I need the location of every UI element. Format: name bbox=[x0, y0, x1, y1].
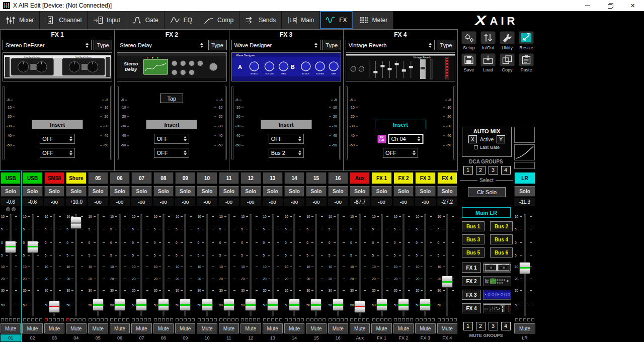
close-button[interactable]: ✕ bbox=[621, 0, 644, 11]
mute-button[interactable]: Mute bbox=[514, 323, 535, 333]
fader-handle[interactable] bbox=[310, 299, 321, 311]
tab-meter[interactable]: Meter bbox=[353, 11, 394, 29]
fader[interactable]: 1050510203050 bbox=[393, 213, 414, 317]
fader[interactable]: 1050510203050 bbox=[263, 213, 283, 317]
solo-button[interactable]: Solo bbox=[240, 186, 261, 197]
solo-button[interactable]: Solo bbox=[153, 186, 174, 197]
channel-label[interactable]: USB bbox=[1, 172, 21, 184]
channel-label[interactable]: FX 1 bbox=[371, 172, 391, 184]
tab-eq[interactable]: EQ bbox=[165, 11, 198, 29]
pan-knob[interactable] bbox=[6, 207, 10, 211]
fader[interactable]: 1050510203050 bbox=[306, 213, 326, 317]
fader[interactable]: 1050510203050 bbox=[240, 213, 261, 317]
fx-send-select-1[interactable]: OFF bbox=[154, 134, 189, 144]
fx-type-button[interactable]: Type bbox=[437, 40, 455, 50]
channel-label[interactable]: 14 bbox=[284, 172, 304, 184]
fader-handle[interactable] bbox=[5, 241, 16, 253]
fx-send-select-2[interactable]: OFF bbox=[40, 148, 75, 158]
channel-label[interactable]: 15 bbox=[306, 172, 326, 184]
last-gate-checkbox[interactable]: Last Gate bbox=[474, 145, 500, 150]
mute-button[interactable]: Mute bbox=[1, 323, 21, 333]
fader[interactable]: 1050510203050 bbox=[66, 213, 86, 317]
bus-button-bus3[interactable]: Bus 3 bbox=[462, 234, 485, 244]
fader-handle[interactable] bbox=[27, 241, 38, 253]
mute-button[interactable]: Mute bbox=[131, 323, 151, 333]
fader-handle[interactable] bbox=[70, 217, 82, 229]
channel-label[interactable]: LR bbox=[514, 172, 535, 184]
fader[interactable]: 1050510203050 bbox=[350, 213, 370, 317]
solo-button[interactable]: Solo bbox=[328, 186, 348, 197]
fx-type-button[interactable]: Type bbox=[323, 40, 341, 50]
fader-handle[interactable] bbox=[376, 299, 387, 311]
dca-group-1[interactable]: 1 bbox=[463, 166, 473, 175]
tool-copy[interactable]: Copy bbox=[499, 53, 516, 72]
channel-label[interactable]: USB bbox=[22, 172, 42, 184]
tab-sends[interactable]: Sends bbox=[239, 11, 282, 29]
channel-label[interactable]: Shure bbox=[66, 172, 86, 184]
mute-button[interactable]: Mute bbox=[110, 323, 130, 333]
channel-label[interactable]: 16 bbox=[328, 172, 348, 184]
fx-send-select-2[interactable]: Bus 2 bbox=[269, 148, 304, 158]
fader-handle[interactable] bbox=[93, 299, 104, 311]
mute-button[interactable]: Mute bbox=[175, 323, 195, 333]
tab-main[interactable]: LRMain bbox=[282, 11, 320, 29]
fx-device-image[interactable]: Vintage Reverb bbox=[346, 52, 455, 81]
solo-button[interactable]: Solo bbox=[197, 186, 217, 197]
fx-send-select-1[interactable]: OFF bbox=[40, 134, 75, 144]
channel-label[interactable]: FX 3 bbox=[415, 172, 435, 184]
solo-button[interactable]: Solo bbox=[88, 186, 108, 197]
fader-handle[interactable] bbox=[442, 276, 453, 288]
fx-send-select-2[interactable]: OFF bbox=[383, 148, 418, 158]
fader[interactable]: 1050510203050 bbox=[437, 213, 457, 317]
mute-button[interactable]: Mute bbox=[284, 323, 304, 333]
tab-input[interactable]: Input bbox=[88, 11, 126, 29]
fx-thumbnail[interactable]: Vintage Reverb bbox=[483, 303, 511, 313]
solo-button[interactable]: Solo bbox=[1, 186, 21, 197]
channel-label[interactable]: SM58 bbox=[44, 172, 64, 184]
automix-y-button[interactable]: Y bbox=[497, 135, 505, 143]
solo-button[interactable]: Solo bbox=[306, 186, 326, 197]
fader-handle[interactable] bbox=[223, 299, 234, 311]
bus-button-bus2[interactable]: Bus 2 bbox=[490, 221, 513, 231]
channel-label[interactable]: 06 bbox=[110, 172, 130, 184]
tool-resize[interactable]: Resize bbox=[518, 31, 535, 50]
channel-label[interactable]: 05 bbox=[88, 172, 108, 184]
fader-handle[interactable] bbox=[519, 262, 530, 274]
bus-button-bus5[interactable]: Bus 5 bbox=[462, 247, 485, 258]
fader-handle[interactable] bbox=[202, 299, 213, 311]
mute-button[interactable]: Mute bbox=[197, 323, 217, 333]
mute-button[interactable]: Mute bbox=[219, 323, 239, 333]
tool-setup[interactable]: Setup bbox=[460, 31, 477, 50]
tool-load[interactable]: Load bbox=[479, 53, 497, 72]
fader-handle[interactable] bbox=[398, 299, 409, 311]
fader[interactable]: 1050510203050 bbox=[110, 213, 130, 317]
fader[interactable]: 1050510203050 bbox=[131, 213, 151, 317]
mute-button[interactable]: Mute bbox=[415, 323, 435, 333]
tab-gate[interactable]: Gate bbox=[126, 11, 165, 29]
fader[interactable]: 1050510203050 bbox=[44, 213, 64, 317]
fx-thumbnail[interactable]: StereoDelay bbox=[483, 276, 511, 286]
fader[interactable]: 1050510203050 bbox=[514, 213, 535, 317]
solo-button[interactable]: Solo bbox=[22, 186, 42, 197]
mute-group-1[interactable]: 1 bbox=[463, 322, 473, 330]
fader[interactable]: 1050510203050 bbox=[371, 213, 391, 317]
clear-solo-button[interactable]: Clr Solo bbox=[468, 187, 506, 197]
fader[interactable]: 1050510203050 bbox=[175, 213, 195, 317]
insert-button[interactable]: Insert bbox=[32, 120, 83, 129]
fader-handle[interactable] bbox=[333, 299, 344, 311]
mute-group-4[interactable]: 4 bbox=[501, 322, 511, 330]
fx-send-select-1[interactable]: OFF bbox=[269, 134, 304, 144]
main-lr-button[interactable]: Main LR bbox=[462, 207, 511, 218]
mute-group-3[interactable]: 3 bbox=[489, 322, 498, 330]
tool-utility[interactable]: Utility bbox=[499, 31, 516, 50]
tab-fx[interactable]: FX bbox=[320, 11, 353, 29]
mute-button[interactable]: Mute bbox=[44, 323, 64, 333]
dca-group-3[interactable]: 3 bbox=[489, 166, 498, 175]
solo-button[interactable]: Solo bbox=[131, 186, 151, 197]
fx-select-1[interactable]: FX 1 bbox=[462, 263, 481, 273]
fx-thumbnail[interactable]: Wave DesignerAATTACKSUSTAINGAINBATTACKSU… bbox=[483, 290, 511, 300]
fx-send-select-2[interactable]: OFF bbox=[154, 148, 189, 158]
fx-select-2[interactable]: FX 2 bbox=[462, 276, 481, 286]
fader-handle[interactable] bbox=[245, 299, 256, 311]
solo-button[interactable]: Solo bbox=[437, 186, 457, 197]
